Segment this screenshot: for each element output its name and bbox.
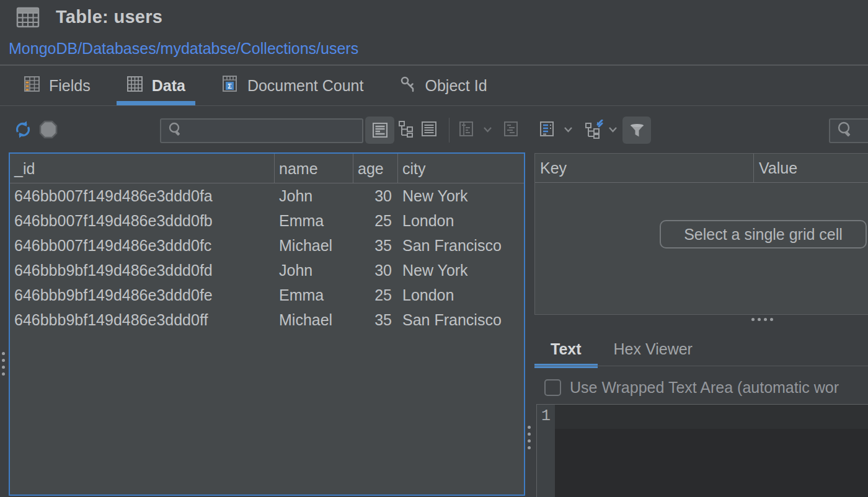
transpose-icon [458,120,475,138]
data-grid-body: 646bb007f149d486e3ddd0faJohn30New York64… [10,183,524,332]
data-grid[interactable]: _idnameagecity 646bb007f149d486e3ddd0faJ… [9,152,525,496]
viewer-tabs-separator [534,366,868,366]
tab-data[interactable]: Data [126,66,185,105]
value-panel-layout-button[interactable] [538,120,556,140]
search-icon [836,121,854,141]
table-grid-icon [16,6,40,32]
tab-fields[interactable]: Fields [24,66,91,105]
page-title: Table: users [56,7,162,27]
table-sigma-icon: Σ [221,75,239,96]
wrap-text-checkbox[interactable] [544,379,561,396]
wrap-text-label: Use Wrapped Text Area (automatic wor [570,379,839,397]
tab-document-count[interactable]: Σ Document Count [221,66,364,105]
data-grid-header: _idnameagecity [10,154,524,183]
value-text-editor[interactable]: 1 [536,404,868,497]
table-view-icon [371,121,389,139]
column-header-city[interactable]: city [398,154,524,183]
cell-name[interactable]: John [275,183,353,208]
select-cell-hint-button[interactable]: Select a single grid cell [660,220,867,248]
value-panel: KeyValue Select a single grid cell [534,153,868,315]
table-editor-window: Table: users MongoDB/Databases/mydatabse… [0,0,868,497]
wrap-text-row: Use Wrapped Text Area (automatic wor [544,377,868,398]
breadcrumb[interactable]: MongoDB/Databases/mydatabse/Collections/… [9,40,358,58]
table-row[interactable]: 646bb007f149d486e3ddd0fcMichael35San Fra… [10,233,524,258]
table-view-button[interactable] [365,117,394,144]
tab-label: Object Id [425,77,487,95]
cell-age[interactable]: 30 [353,258,398,283]
tree-arrow-icon [584,120,603,139]
cell-city[interactable]: San Francisco [398,233,524,258]
table-row[interactable]: 646bbb9bf149d486e3ddd0fdJohn30New York [10,258,524,283]
cell-age[interactable]: 25 [353,208,398,233]
svg-text:Σ: Σ [228,82,232,90]
cell-city[interactable]: New York [398,258,524,283]
aggregate-layout-button[interactable] [584,120,603,141]
cell-name[interactable]: Michael [275,307,353,332]
filter-button[interactable] [622,117,651,144]
middle-splitter-handle[interactable] [528,426,531,449]
cell-_id[interactable]: 646bbb9bf149d486e3ddd0fd [10,258,275,283]
editor-line-number: 1 [537,405,555,497]
panel-lines-icon [538,120,556,138]
tab-label: Fields [49,77,91,95]
chevron-down-icon[interactable] [563,125,574,136]
cell-_id[interactable]: 646bb007f149d486e3ddd0fa [10,183,275,208]
column-header-age[interactable]: age [353,154,398,183]
tab-strip: Fields Data Σ Document Count [0,66,868,105]
cell-_id[interactable]: 646bbb9bf149d486e3ddd0ff [10,307,275,332]
table-row[interactable]: 646bb007f149d486e3ddd0faJohn30New York [10,183,524,208]
cell-name[interactable]: Michael [275,233,353,258]
tab-label: Data [152,77,185,95]
cell-city[interactable]: New York [398,183,524,208]
cell-city[interactable]: San Francisco [398,307,524,332]
table-data-icon [126,76,143,96]
cell-name[interactable]: John [275,258,353,283]
transpose-view-button[interactable] [458,120,475,140]
cell-age[interactable]: 35 [353,233,398,258]
single-record-view-button[interactable] [502,120,520,140]
cell-age[interactable]: 35 [353,307,398,332]
cell-_id[interactable]: 646bbb9bf149d486e3ddd0fe [10,283,275,307]
value-search-field[interactable] [829,118,868,143]
cell-name[interactable]: Emma [275,208,353,233]
tab-hex-viewer[interactable]: Hex Viewer [598,335,709,367]
editor-content[interactable] [555,405,868,497]
cell-name[interactable]: Emma [275,283,353,307]
text-view-icon [420,120,438,138]
tab-text[interactable]: Text [534,335,598,367]
horizontal-splitter-handle[interactable] [751,318,773,321]
cell-age[interactable]: 25 [353,283,398,307]
cell-age[interactable]: 30 [353,183,398,208]
column-header-value[interactable]: Value [754,154,868,182]
cell-_id[interactable]: 646bb007f149d486e3ddd0fb [10,208,275,233]
editor-current-line [555,405,868,429]
tree-view-icon [397,120,415,138]
funnel-icon [629,122,645,139]
record-view-icon [502,120,520,138]
grid-search-field[interactable] [160,118,363,143]
toolbar-separator [449,118,450,143]
cell-city[interactable]: London [398,283,524,307]
chevron-down-icon[interactable] [608,125,618,136]
column-header-_id[interactable]: _id [10,154,275,183]
text-view-button[interactable] [420,120,438,140]
cell-city[interactable]: London [398,208,524,233]
search-icon [167,121,184,140]
tab-object-id[interactable]: Object Id [399,66,487,105]
value-panel-header: KeyValue [535,154,868,183]
viewer-tab-strip: Text Hex Viewer [534,335,709,367]
toolbar [0,106,868,150]
column-header-key[interactable]: Key [535,154,754,182]
stop-button[interactable] [38,120,58,142]
table-fields-icon [24,76,40,96]
table-row[interactable]: 646bb007f149d486e3ddd0fbEmma25London [10,208,524,233]
tab-label: Document Count [247,77,364,95]
table-row[interactable]: 646bbb9bf149d486e3ddd0ffMichael35San Fra… [10,307,524,332]
column-header-name[interactable]: name [275,154,353,183]
chevron-down-icon[interactable] [482,125,493,136]
tree-view-button[interactable] [397,120,415,140]
left-splitter-handle[interactable] [2,352,5,376]
refresh-button[interactable] [14,120,32,141]
table-row[interactable]: 646bbb9bf149d486e3ddd0feEmma25London [10,283,524,307]
cell-_id[interactable]: 646bb007f149d486e3ddd0fc [10,233,275,258]
